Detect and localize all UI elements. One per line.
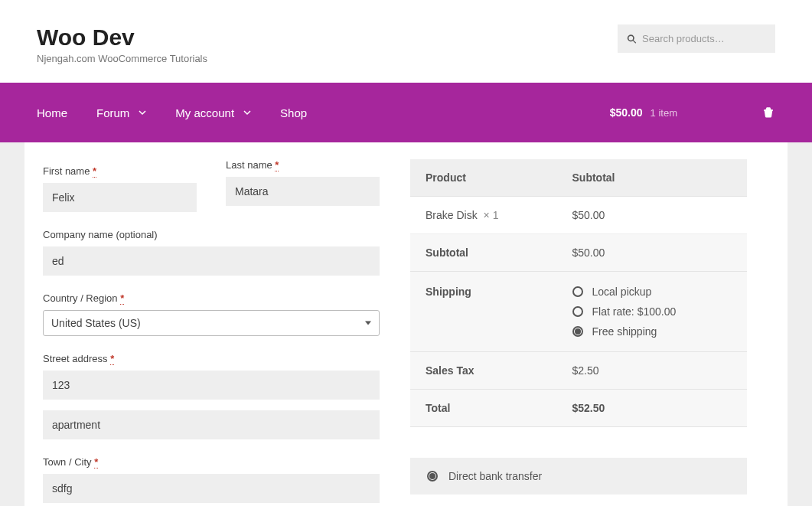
brand-block: Woo Dev Njengah.com WooCommerce Tutorial… (37, 24, 207, 64)
required-marker: * (110, 353, 114, 365)
tax-value: $2.50 (557, 352, 748, 390)
caret-down-icon (365, 322, 371, 325)
chevron-down-icon (243, 109, 251, 116)
payment-option-bank[interactable]: Direct bank transfer (427, 470, 730, 482)
shipping-label: Shipping (410, 272, 557, 352)
shipping-option-free[interactable]: Free shipping (572, 325, 732, 338)
total-label: Total (410, 390, 557, 427)
search-wrapper (618, 24, 775, 53)
order-header-product: Product (410, 159, 557, 197)
street-label-text: Street address (43, 353, 108, 364)
country-value: United States (US) (51, 317, 141, 329)
nav-cart[interactable]: $50.00 1 item (610, 106, 775, 119)
nav-home[interactable]: Home (37, 106, 67, 119)
total-value: $52.50 (557, 390, 748, 427)
shipping-options: Local pickup Flat rate: $100.00 Free shi… (572, 286, 732, 338)
shipping-option-local[interactable]: Local pickup (572, 286, 732, 298)
order-line-name: Brake Disk × 1 (410, 197, 557, 234)
product-name: Brake Disk (426, 209, 478, 221)
cart-total: $50.00 (610, 106, 643, 119)
nav-my-account-label: My account (175, 106, 234, 119)
order-header-subtotal: Subtotal (557, 159, 748, 197)
search-icon (627, 34, 637, 44)
nav-home-label: Home (37, 106, 67, 119)
street2-field[interactable] (43, 410, 380, 439)
basket-icon (761, 106, 775, 119)
shipping-flat-label: Flat rate: $100.00 (592, 305, 677, 318)
radio-icon (572, 306, 583, 317)
radio-checked-icon (427, 471, 438, 482)
site-tagline: Njengah.com WooCommerce Tutorials (37, 53, 207, 64)
company-label: Company name (optional) (43, 229, 380, 240)
tax-label: Sales Tax (410, 352, 557, 390)
primary-nav: Home Forum My account Shop $50.00 1 item (0, 83, 812, 142)
first-name-label-text: First name (43, 165, 90, 177)
first-name-label: First name * (43, 165, 197, 177)
nav-my-account[interactable]: My account (175, 106, 251, 119)
search-input[interactable] (618, 24, 775, 53)
subtotal-value: $50.00 (557, 234, 748, 272)
cart-count: 1 item (651, 107, 677, 119)
product-qty: × 1 (484, 209, 499, 221)
country-label: Country / Region * (43, 292, 380, 304)
nav-forum[interactable]: Forum (96, 106, 146, 119)
street-label: Street address * (43, 353, 380, 364)
last-name-label: Last name * (226, 159, 380, 171)
city-field[interactable] (43, 474, 380, 503)
shipping-option-flat[interactable]: Flat rate: $100.00 (572, 305, 732, 318)
city-label-text: Town / City (43, 456, 92, 468)
required-marker: * (93, 165, 96, 178)
last-name-field[interactable] (226, 177, 380, 206)
city-label: Town / City * (43, 456, 380, 468)
first-name-field[interactable] (43, 183, 197, 212)
country-select[interactable]: United States (US) (43, 310, 380, 336)
order-line-price: $50.00 (557, 197, 748, 234)
radio-checked-icon (572, 326, 583, 337)
order-summary: Product Subtotal Brake Disk × 1 $50.00 S… (410, 142, 747, 495)
required-marker: * (94, 456, 98, 468)
shipping-free-label: Free shipping (592, 325, 657, 338)
billing-form: First name * Last name * Company name (o… (43, 142, 380, 503)
payment-bank-label: Direct bank transfer (448, 470, 542, 482)
last-name-label-text: Last name (226, 159, 272, 171)
required-marker: * (275, 159, 279, 171)
nav-shop-label: Shop (280, 106, 307, 119)
subtotal-label: Subtotal (410, 234, 557, 272)
chevron-down-icon (139, 109, 146, 116)
nav-shop[interactable]: Shop (280, 106, 307, 119)
payment-methods: Direct bank transfer (410, 458, 747, 495)
shipping-local-label: Local pickup (592, 286, 652, 298)
company-field[interactable] (43, 246, 380, 276)
street-field[interactable] (43, 371, 380, 400)
required-marker: * (120, 292, 124, 305)
nav-forum-label: Forum (96, 106, 129, 119)
site-title[interactable]: Woo Dev (37, 24, 207, 50)
country-label-text: Country / Region (43, 292, 118, 304)
radio-icon (572, 286, 583, 297)
